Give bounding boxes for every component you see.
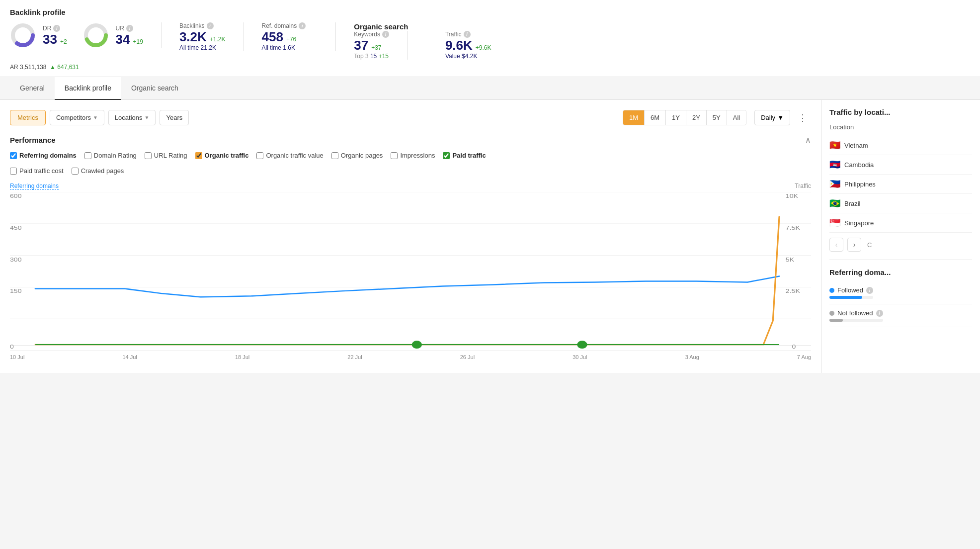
checkbox-organic-pages[interactable]: Organic pages — [331, 152, 383, 159]
not-followed-bar-bg — [829, 319, 883, 322]
svg-text:5K: 5K — [786, 257, 795, 263]
organic-metrics: Keywords i 37 +37 Top 3 15 +15 — [354, 31, 491, 60]
not-followed-bar — [829, 319, 843, 322]
ar-value: 3,511,138 — [20, 64, 46, 71]
ur-info-icon[interactable]: i — [126, 25, 133, 32]
metrics-button[interactable]: Metrics — [10, 110, 46, 125]
chart-dot-1 — [412, 341, 422, 349]
daily-button[interactable]: Daily ▼ — [754, 110, 790, 125]
chart-dot-2 — [577, 341, 587, 349]
dr-change: +2 — [60, 38, 67, 45]
right-panel: Traffic by locati... Location 🇻🇳 Vietnam… — [821, 100, 980, 373]
time-all[interactable]: All — [727, 110, 746, 125]
time-5y[interactable]: 5Y — [707, 110, 727, 125]
backlinks-metric: Backlinks i 3.2K +1.2K All time 21.2K — [179, 22, 244, 51]
performance-header: Performance ∧ — [10, 135, 811, 145]
more-options-button[interactable]: ⋮ — [794, 110, 811, 125]
performance-collapse-icon[interactable]: ∧ — [805, 135, 811, 145]
checkbox-paid-traffic[interactable]: Paid traffic — [443, 152, 486, 159]
x-label-3: 22 Jul — [347, 354, 362, 360]
dr-donut-chart — [10, 22, 36, 48]
svg-text:2.5K: 2.5K — [786, 288, 801, 294]
ur-label: UR i — [116, 25, 143, 32]
nav-tabs: General Backlink profile Organic search — [0, 77, 980, 100]
svg-text:0: 0 — [792, 344, 796, 350]
checkbox-url-rating[interactable]: URL Rating — [145, 152, 187, 159]
backlinks-info-icon[interactable]: i — [207, 22, 214, 29]
ref-domains-metric: Ref. domains i 458 +76 All time 1.6K — [262, 22, 336, 51]
top-bar: Backlink profile DR i 33 +2 — [0, 0, 980, 77]
locations-button[interactable]: Locations ▼ — [108, 110, 156, 125]
keywords-info-icon[interactable]: i — [382, 31, 389, 38]
singapore-name: Singapore — [844, 219, 874, 227]
dr-info-icon[interactable]: i — [53, 25, 60, 32]
chart-left-label[interactable]: Referring domains — [10, 183, 59, 190]
location-label: Location — [829, 123, 972, 131]
ref-domains-label: Ref. domains i — [262, 22, 306, 29]
years-button[interactable]: Years — [160, 110, 189, 125]
time-1y[interactable]: 1Y — [666, 110, 686, 125]
time-buttons: 1M 6M 1Y 2Y 5Y All — [623, 110, 746, 125]
vietnam-flag: 🇻🇳 — [829, 140, 840, 151]
not-followed-indicator — [829, 311, 834, 316]
philippines-flag: 🇵🇭 — [829, 179, 840, 189]
traffic-info-icon[interactable]: i — [464, 31, 471, 38]
checkbox-paid-traffic-cost[interactable]: Paid traffic cost — [10, 167, 64, 175]
x-label-1: 14 Jul — [122, 354, 137, 360]
ref-domains-change: +76 — [286, 36, 296, 43]
ur-value: 34 — [116, 33, 130, 46]
not-followed-row: Not followed i — [829, 304, 972, 327]
chart-container: 600 450 300 150 0 10K 7.5K 5K 2.5K 0 — [10, 192, 811, 351]
location-philippines[interactable]: 🇵🇭 Philippines — [829, 175, 972, 194]
competitors-arrow: ▼ — [93, 115, 98, 120]
organic-search-title: Organic search — [354, 22, 491, 31]
tab-backlink-profile[interactable]: Backlink profile — [55, 77, 121, 100]
ur-donut-chart — [83, 22, 109, 48]
location-vietnam[interactable]: 🇻🇳 Vietnam — [829, 136, 972, 155]
philippines-name: Philippines — [844, 181, 876, 188]
location-next-button[interactable]: › — [847, 238, 861, 252]
checkbox-organic-traffic-value[interactable]: Organic traffic value — [256, 152, 323, 159]
checkbox-referring-domains[interactable]: Referring domains — [10, 152, 77, 159]
time-6m[interactable]: 6M — [645, 110, 666, 125]
chart-labels-row: Referring domains Traffic — [10, 183, 811, 190]
location-chart-label: C — [867, 241, 872, 249]
dr-label: DR i — [43, 25, 67, 32]
time-2y[interactable]: 2Y — [686, 110, 707, 125]
checkbox-crawled-pages[interactable]: Crawled pages — [72, 167, 124, 175]
cambodia-flag: 🇰🇭 — [829, 159, 840, 170]
ref-domains-value: 458 — [262, 30, 283, 43]
competitors-button[interactable]: Competitors ▼ — [50, 110, 104, 125]
not-followed-info-icon[interactable]: i — [876, 310, 883, 317]
followed-info-icon[interactable]: i — [866, 287, 873, 294]
tab-general[interactable]: General — [10, 77, 55, 100]
traffic-metric: Traffic i 9.6K +9.6K Value $4.2K — [445, 31, 491, 60]
backlinks-sub: All time 21.2K — [179, 44, 226, 51]
panel-separator — [829, 260, 972, 260]
dr-info: DR i 33 +2 — [43, 25, 67, 46]
keywords-change: +37 — [371, 44, 381, 51]
ref-domains-info-icon[interactable]: i — [299, 22, 306, 29]
checkbox-organic-traffic[interactable]: Organic traffic — [195, 152, 249, 159]
location-nav: ‹ › C — [829, 238, 972, 252]
daily-arrow: ▼ — [777, 114, 784, 121]
location-prev-button[interactable]: ‹ — [829, 238, 843, 252]
tab-organic-search[interactable]: Organic search — [121, 77, 188, 100]
not-followed-info: Not followed i — [829, 309, 883, 322]
chart-area: Metrics Competitors ▼ Locations ▼ Years … — [0, 100, 821, 373]
followed-label: Followed i — [829, 286, 873, 294]
vietnam-name: Vietnam — [844, 142, 868, 149]
backlinks-change: +1.2K — [210, 36, 226, 43]
ur-change: +19 — [133, 38, 143, 45]
time-1m[interactable]: 1M — [623, 110, 645, 125]
toolbar: Metrics Competitors ▼ Locations ▼ Years … — [10, 110, 811, 125]
checkbox-impressions[interactable]: Impressions — [391, 152, 435, 159]
not-followed-label: Not followed i — [829, 309, 883, 317]
location-brazil[interactable]: 🇧🇷 Brazil — [829, 194, 972, 213]
location-singapore[interactable]: 🇸🇬 Singapore — [829, 213, 972, 233]
location-cambodia[interactable]: 🇰🇭 Cambodia — [829, 155, 972, 175]
dr-value: 33 — [43, 33, 57, 46]
checkbox-domain-rating[interactable]: Domain Rating — [84, 152, 137, 159]
main-content: Metrics Competitors ▼ Locations ▼ Years … — [0, 100, 980, 373]
chart-svg: 600 450 300 150 0 10K 7.5K 5K 2.5K 0 — [10, 192, 811, 351]
